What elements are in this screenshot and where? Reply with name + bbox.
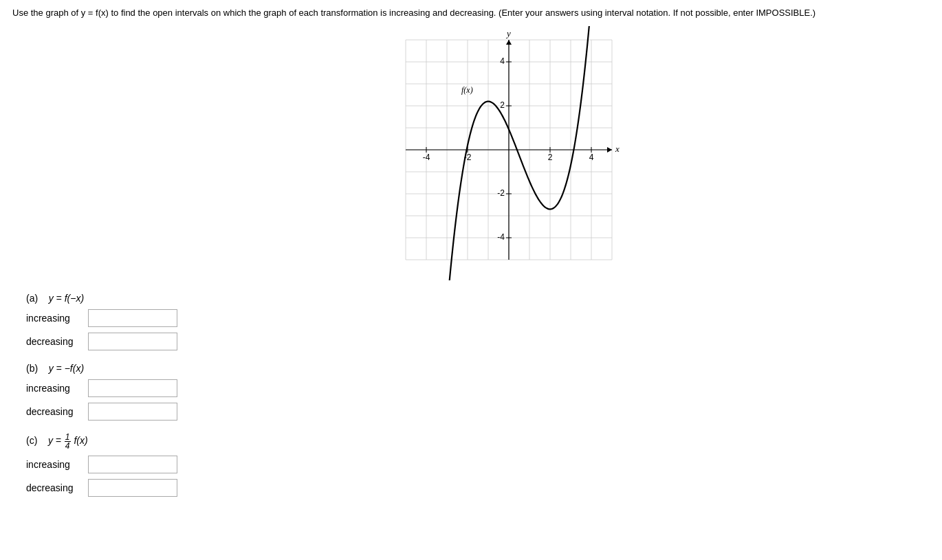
part-a-letter: (a) [26, 293, 38, 304]
part-b-letter: (b) [26, 363, 38, 374]
part-b-decreasing-row: decreasing [26, 403, 930, 421]
part-c-increasing-input[interactable] [88, 456, 177, 473]
part-a-increasing-input[interactable] [88, 309, 177, 327]
part-b: (b) y = −f(x) increasing decreasing [26, 363, 930, 421]
function-graph [368, 26, 629, 280]
part-b-decreasing-label: decreasing [26, 406, 88, 417]
part-c-letter: (c) [26, 435, 37, 446]
part-a-increasing-row: increasing [26, 309, 930, 327]
graph-container [67, 26, 930, 280]
part-b-increasing-input[interactable] [88, 379, 177, 397]
part-a-decreasing-label: decreasing [26, 336, 88, 347]
part-a-decreasing-input[interactable] [88, 333, 177, 350]
part-c-formula: y = 1 4 f(x) [48, 435, 88, 446]
part-c-decreasing-label: decreasing [26, 482, 88, 493]
part-a-formula: y = f(−x) [49, 293, 84, 304]
part-c-increasing-label: increasing [26, 459, 88, 470]
part-b-formula: y = −f(x) [49, 363, 84, 374]
part-c-fraction: 1 4 [65, 433, 71, 450]
instruction-text: Use the graph of y = f(x) to find the op… [12, 7, 930, 19]
part-c-decreasing-row: decreasing [26, 479, 930, 497]
part-b-increasing-row: increasing [26, 379, 930, 397]
part-a: (a) y = f(−x) increasing decreasing [26, 293, 930, 350]
part-b-increasing-label: increasing [26, 383, 88, 394]
part-b-title: (b) y = −f(x) [26, 363, 930, 374]
part-c: (c) y = 1 4 f(x) increasing decreasing [26, 433, 930, 497]
part-c-increasing-row: increasing [26, 456, 930, 473]
fraction-denominator: 4 [65, 442, 71, 450]
part-a-decreasing-row: decreasing [26, 333, 930, 350]
part-a-increasing-label: increasing [26, 313, 88, 324]
part-c-title: (c) y = 1 4 f(x) [26, 433, 930, 450]
parts-container: (a) y = f(−x) increasing decreasing (b) … [26, 293, 930, 497]
part-b-decreasing-input[interactable] [88, 403, 177, 421]
part-c-decreasing-input[interactable] [88, 479, 177, 497]
part-a-title: (a) y = f(−x) [26, 293, 930, 304]
